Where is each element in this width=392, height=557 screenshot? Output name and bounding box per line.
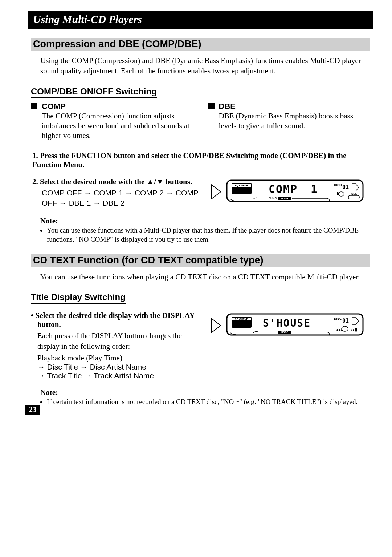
display-sequence-line: → Disc Title → Disc Artist Name [37,363,200,371]
svg-text:1: 1 [311,183,317,195]
svg-text:MODE: MODE [281,197,289,200]
svg-text:S'HOUSE: S'HOUSE [263,317,311,329]
svg-marker-15 [211,318,221,333]
svg-text:EQ CURVE: EQ CURVE [235,184,248,187]
lcd-display-cdtext: EQ CURVE S'HOUSE DISC 01 ◂◂◂ ▸▸▮ MODE [211,311,367,340]
svg-text:DISC: DISC [334,183,342,187]
svg-text:MODE: MODE [281,331,289,334]
bullet-body: Each press of the DISPLAY button changes… [37,331,200,351]
lcd-display-comp: EQ CURVE COMP 1 DISC 01 F SEL FUNC MODE [211,177,367,206]
svg-text:01: 01 [342,184,349,190]
display-sequence-line: → Track Title → Track Artist Name [37,371,200,380]
step-number: 2. [32,177,38,186]
svg-marker-0 [211,185,221,199]
step-number: 1. [32,151,38,160]
svg-text:EQ CURVE: EQ CURVE [235,318,248,321]
note-label: Note: [40,388,370,397]
note-label: Note: [40,217,370,226]
dbe-title: DBE [208,102,371,111]
comp-title: COMP [31,102,193,111]
subsection-heading-title-display: Title Display Switching [31,292,126,304]
subsection-heading-switching: COMP/DBE ON/OFF Switching [31,86,157,98]
svg-text:FUNC: FUNC [269,197,277,200]
svg-text:COMP: COMP [269,183,298,195]
step-heading: Select the desired mode with the ▲/▼ but… [40,177,192,186]
svg-text:01: 01 [342,318,349,324]
note-item: If certain text information is not recor… [47,397,370,407]
chapter-title: Using Multi-CD Players [28,11,373,29]
svg-text:▸▸▮: ▸▸▮ [351,327,357,332]
section-heading-cdtext: CD TEXT Function (for CD TEXT compatible… [31,254,370,267]
svg-text:SEL: SEL [351,192,357,195]
section-intro: You can use these functions when playing… [40,272,370,282]
section-intro: Using the COMP (Compression) and DBE (Dy… [40,56,370,76]
svg-rect-11 [348,195,359,199]
comp-body: The COMP (Compression) function adjusts … [42,111,193,141]
step-heading: Press the FUNCTION button and select the… [32,151,346,169]
dbe-body: DBE (Dynamic Bass Emphasis) boosts bass … [219,111,371,131]
page-number: 23 [25,405,40,415]
svg-text:◂◂◂: ◂◂◂ [336,327,342,332]
note-item: You can use these functions with a Multi… [47,226,370,244]
section-heading-comp-dbe: Compression and DBE (COMP/DBE) [31,38,370,51]
mode-sequence: COMP OFF → COMP 1 → COMP 2 → COMP OFF → … [42,188,200,209]
bullet-heading: Select the desired title display with th… [36,311,195,329]
display-sequence-line: Playback mode (Play Time) [37,354,200,363]
svg-text:DISC: DISC [334,317,342,320]
